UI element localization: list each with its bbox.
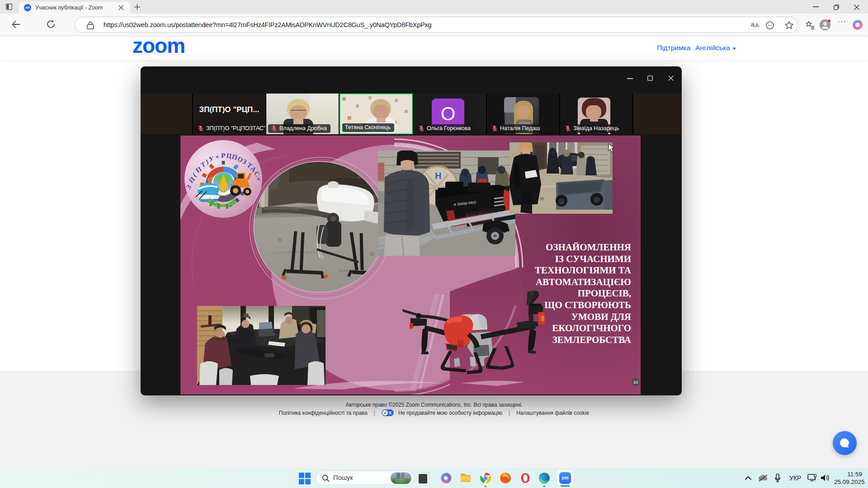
- svg-text:УМОВИ ДЛЯ: УМОВИ ДЛЯ: [571, 311, 631, 322]
- svg-text:10: 10: [633, 380, 638, 385]
- svg-text:H: H: [435, 171, 441, 181]
- svg-text:ОЗНАЙОМЛЕННЯ: ОЗНАЙОМЛЕННЯ: [546, 242, 631, 253]
- svg-text:ТЕХНОЛОГІЯМИ ТА: ТЕХНОЛОГІЯМИ ТА: [535, 265, 632, 276]
- svg-text:Р: Р: [221, 152, 226, 159]
- svg-text:ЕКОЛОГІЧНОГО: ЕКОЛОГІЧНОГО: [552, 323, 631, 333]
- svg-text:«: «: [215, 153, 219, 160]
- svg-text:ПРОЦЕСІВ,: ПРОЦЕСІВ,: [578, 288, 631, 299]
- svg-text:АВТОМАТИЗАЦІЄЮ: АВТОМАТИЗАЦІЄЮ: [536, 277, 631, 287]
- svg-text:ЩО СТВОРЮЮТЬ: ЩО СТВОРЮЮТЬ: [544, 300, 631, 310]
- svg-text:ЗЕМЛЕРОБСТВА: ЗЕМЛЕРОБСТВА: [552, 334, 632, 345]
- svg-text:ІЗ СУЧАСНИМИ: ІЗ СУЧАСНИМИ: [555, 253, 631, 264]
